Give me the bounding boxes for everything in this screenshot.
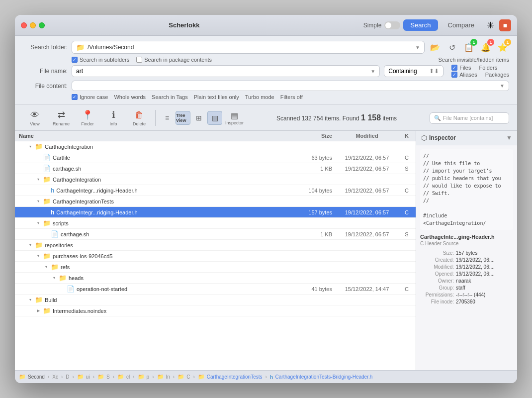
- containing-select[interactable]: Containing ⬆⬇: [384, 65, 443, 77]
- expand-icon[interactable]: ▾: [35, 220, 42, 227]
- finder-button[interactable]: 📍 Finder: [76, 107, 99, 128]
- list-item[interactable]: ▾ 📁 heads: [15, 273, 416, 284]
- files-checkbox-item[interactable]: ✓ Files: [451, 65, 471, 71]
- list-search-box[interactable]: 🔍 File Name [contains]: [430, 112, 509, 124]
- breadcrumb-item[interactable]: D: [66, 374, 69, 380]
- breadcrumb-item[interactable]: ui: [86, 374, 90, 380]
- breadcrumb-item[interactable]: Second: [28, 374, 45, 380]
- list-item[interactable]: 📄 carthage.sh 1 KB 19/12/2022, 06:57 S: [15, 229, 416, 240]
- inspector-view-button[interactable]: ▤: [207, 111, 222, 125]
- refresh-button[interactable]: ↺: [445, 41, 458, 54]
- list-item-selected[interactable]: h CarthageIntegr...ridging-Header.h 157 …: [15, 207, 416, 218]
- badge-red-button[interactable]: 🔔 1: [479, 41, 492, 54]
- breadcrumb-file[interactable]: CarthageIntegrationTests-Bridging-Header…: [275, 374, 373, 380]
- tree-view-button[interactable]: Tree View: [176, 111, 190, 125]
- list-item[interactable]: h CarthageIntegr...ridging-Header.h 104 …: [15, 185, 416, 196]
- breadcrumb-item[interactable]: Xc: [52, 374, 58, 380]
- expand-icon[interactable]: ▶: [35, 307, 42, 314]
- col-modified-header: Modified: [332, 133, 402, 139]
- options-row-1: ✓ Files Folders: [451, 65, 509, 71]
- list-item[interactable]: ▾ 📁 CarthageIntegrationTests: [15, 196, 416, 207]
- owner-label: Owner:: [420, 278, 454, 284]
- tags-label: Search in Tags: [152, 94, 188, 100]
- list-item[interactable]: 📄 operation-not-started 41 bytes 15/12/2…: [15, 284, 416, 295]
- inspector-file-name: CarthageInte...ging-Header.h: [420, 234, 513, 240]
- file-name: carthage.sh: [61, 231, 292, 237]
- file-name: heads: [69, 275, 292, 281]
- inspector-chevron-icon[interactable]: ▼: [506, 134, 512, 141]
- package-checkbox-item[interactable]: Search in package contents: [136, 57, 212, 63]
- breadcrumb-item[interactable]: p: [147, 374, 150, 380]
- rename-button[interactable]: ⇄ Rename: [49, 107, 74, 128]
- expand-icon[interactable]: ▾: [43, 264, 50, 271]
- ignore-case-item[interactable]: ✓ Ignore case: [72, 94, 108, 100]
- compare-tab[interactable]: Compare: [441, 19, 481, 31]
- spacer: [35, 165, 42, 172]
- expand-icon[interactable]: ▾: [51, 275, 58, 282]
- view-button[interactable]: 👁 View: [23, 108, 47, 128]
- list-item[interactable]: ▾ 📁 purchases-ios-92046cd5: [15, 251, 416, 262]
- aliases-label: Aliases: [459, 72, 477, 78]
- breadcrumb-item[interactable]: In: [166, 374, 170, 380]
- breadcrumb-folder-icon: 📁: [198, 374, 205, 380]
- subfolders-checkbox[interactable]: ✓: [72, 57, 78, 63]
- grid-view-button[interactable]: ⊞: [191, 111, 206, 125]
- name-input[interactable]: art ▼: [72, 65, 380, 77]
- package-checkbox[interactable]: [136, 57, 142, 63]
- inspector-panel: ⬡ Inspector ▼ // // Use this file to // …: [416, 131, 517, 370]
- search-tab[interactable]: Search: [403, 19, 438, 31]
- list-item[interactable]: ▶ 📁 Intermediates.noindex: [15, 305, 416, 316]
- expand-icon[interactable]: ▾: [35, 198, 42, 205]
- badge-yellow-button[interactable]: ⭐ 1: [496, 41, 509, 54]
- list-item[interactable]: ▾ 📁 scripts: [15, 218, 416, 229]
- breadcrumb-item[interactable]: cl: [126, 374, 130, 380]
- info-button[interactable]: ℹ Info: [101, 107, 125, 128]
- expand-icon[interactable]: ▾: [35, 253, 42, 260]
- file-name: carthage.sh: [53, 166, 292, 172]
- aliases-checkbox-item[interactable]: ✓ Aliases: [451, 72, 477, 78]
- breadcrumb-folder-icon: 📁: [157, 374, 164, 380]
- simple-toggle[interactable]: Simple: [363, 21, 401, 29]
- expand-icon[interactable]: ▾: [35, 176, 42, 183]
- whole-words-label: Whole words: [114, 94, 146, 100]
- info-permissions-row: Permissions: -r--r--r-- (444): [420, 292, 513, 298]
- delete-button[interactable]: 🗑 Delete: [127, 108, 151, 128]
- list-view-button[interactable]: ≡: [160, 111, 175, 125]
- folder-input[interactable]: 📁 /Volumes/Second ▼: [72, 41, 425, 54]
- list-item[interactable]: ▾ 📁 CarthageIntegration: [15, 174, 416, 185]
- breadcrumb-folder-icon: 📁: [97, 374, 104, 380]
- files-checkbox[interactable]: ✓: [451, 65, 457, 71]
- filename-row: File name: art ▼ Containing ⬆⬇ ✓ Files F…: [23, 65, 509, 78]
- ignore-case-checkbox[interactable]: ✓: [72, 94, 78, 100]
- list-item[interactable]: ▾ 📁 refs: [15, 262, 416, 273]
- scan-info: Scanned 132 754 items. Found 1 158 items: [246, 113, 428, 122]
- file-k: S: [402, 166, 412, 172]
- search-panel: Search folder: 📁 /Volumes/Second ▼ 📂 ↺ 📋…: [15, 36, 517, 104]
- file-modified: 19/12/2022, 06:57: [332, 155, 402, 161]
- aliases-checkbox[interactable]: ✓: [451, 72, 457, 78]
- breadcrumb-item[interactable]: S: [106, 374, 110, 380]
- external-link-icon[interactable]: ⬡: [421, 134, 427, 142]
- breadcrumb-integration-tests[interactable]: CarthageIntegrationTests: [207, 374, 263, 380]
- list-item[interactable]: 📄 Cartfile 63 bytes 19/12/2022, 06:57 C: [15, 152, 416, 163]
- list-item[interactable]: ▾ 📁 CarthageIntegration: [15, 141, 416, 152]
- subfolders-checkbox-item[interactable]: ✓ Search in subfolders: [72, 57, 129, 63]
- inspector-icon: ▤: [231, 111, 238, 120]
- file-size: 63 bytes: [292, 155, 332, 161]
- content-input[interactable]: ▼: [72, 81, 509, 91]
- stop-button[interactable]: ■: [499, 19, 511, 31]
- folder-icon: 📁: [43, 252, 51, 260]
- mode-toggle-switch[interactable]: [384, 21, 400, 29]
- folder-browse-button[interactable]: 📂: [429, 41, 442, 54]
- list-item[interactable]: ▾ 📁 Build: [15, 295, 416, 305]
- badge-green-button[interactable]: 📋 1: [462, 41, 475, 54]
- inode-value: 2705360: [456, 299, 513, 304]
- permissions-value: -r--r--r-- (444): [456, 292, 513, 298]
- expand-icon[interactable]: ▾: [27, 143, 34, 150]
- expand-icon[interactable]: ▾: [27, 242, 34, 249]
- list-item[interactable]: 📄 carthage.sh 1 KB 19/12/2022, 06:57 S: [15, 163, 416, 174]
- expand-icon[interactable]: ▾: [27, 297, 34, 303]
- breadcrumb-folder-icon: 📁: [117, 374, 124, 380]
- breadcrumb-item[interactable]: C: [186, 374, 190, 380]
- list-item[interactable]: ▾ 📁 repositories: [15, 240, 416, 251]
